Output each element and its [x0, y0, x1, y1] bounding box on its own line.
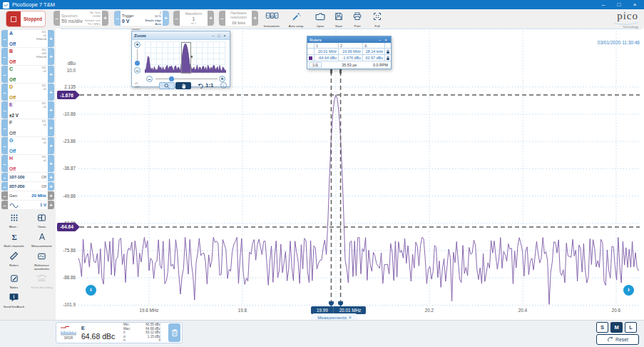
channel-B-decrease-button[interactable]: – — [1, 48, 8, 65]
instruments-button[interactable]: Instruments — [262, 11, 281, 27]
zoom-panel[interactable]: Zoom – □ × + – – + x1 x32 — [131, 31, 230, 87]
channel-F-decrease-button[interactable]: – — [1, 119, 8, 136]
zoom-close-button[interactable]: × — [222, 34, 228, 38]
frequency-ruler-top-handle-1[interactable] — [330, 69, 332, 74]
channel-G-increase-button[interactable]: + — [48, 137, 54, 154]
frequency-ruler-top-handle-2[interactable] — [339, 69, 342, 74]
amplitude-ruler-badge-1[interactable]: -1.676 — [57, 91, 80, 99]
channel-D-decrease-button[interactable]: – — [1, 84, 8, 101]
delete-measurement-button[interactable] — [168, 323, 180, 342]
channel-G[interactable]: –GDCx1Off+ — [1, 137, 54, 154]
sidebar-item-reference-waveforms[interactable]: Reference waveforms — [28, 251, 56, 271]
channel-E-increase-button[interactable]: + — [48, 101, 54, 119]
zoom-h-out-button[interactable]: – — [146, 76, 153, 82]
frequency-ruler-badge[interactable]: 19.9920.01 MHz — [311, 306, 366, 314]
full-button[interactable]: Full — [368, 11, 387, 27]
digital-port-1-increase-button[interactable]: + — [48, 173, 54, 181]
channel-A[interactable]: –ADCx1FilteredOff+ — [1, 30, 54, 47]
zoom-horizontal-slider-thumb[interactable] — [169, 76, 174, 81]
resolution-decrease-button[interactable]: – — [219, 11, 225, 26]
trigger-increase-button[interactable]: + — [163, 11, 169, 26]
zoom-panel-titlebar[interactable]: Zoom – □ × — [132, 31, 230, 40]
waveform-previous-button[interactable]: – — [173, 11, 180, 26]
digital-port-2[interactable]: –2D7-2D0Off+ — [1, 182, 54, 191]
channel-B-increase-button[interactable]: + — [48, 48, 54, 65]
channel-C-increase-button[interactable]: + — [48, 66, 54, 83]
trigger-decrease-button[interactable]: – — [114, 11, 121, 26]
zoom-out-button[interactable]: – — [134, 67, 140, 74]
zoom-overview-preview[interactable] — [145, 41, 226, 74]
amplitude-ruler-badge-2[interactable]: -64.64 — [57, 223, 80, 231]
channel-A-decrease-button[interactable]: – — [1, 30, 8, 47]
rulers-minimize-button[interactable]: – — [377, 38, 383, 42]
channel-F-increase-button[interactable]: + — [48, 119, 54, 136]
open-button[interactable]: Open — [311, 11, 329, 27]
channel-B[interactable]: –BDCx10FilteredOff+ — [1, 48, 54, 65]
sidebar-item-more[interactable]: More... — [0, 212, 28, 229]
digital-port-2-increase-button[interactable]: + — [48, 182, 54, 191]
channel-H-increase-button[interactable]: + — [48, 155, 54, 172]
pan-tool-button[interactable] — [175, 82, 191, 89]
overview-scroll-track[interactable] — [61, 29, 640, 29]
zoom-maximize-button[interactable]: □ — [216, 34, 222, 38]
sidebar-item-notes[interactable]: Notes — [0, 273, 28, 290]
waveform-next-button[interactable]: + — [208, 11, 214, 26]
trigger-group[interactable]: – Trigger 0 V ƒ10 % Simple edgeAuto + — [114, 11, 169, 26]
zoom-minimize-button[interactable]: – — [210, 34, 216, 38]
reset-button[interactable]: Reset — [596, 334, 639, 345]
print-button[interactable]: Print — [348, 11, 367, 27]
channel-E[interactable]: –EDCx1±2 V+ — [1, 101, 54, 119]
channel-C-decrease-button[interactable]: – — [1, 66, 8, 83]
stop-button[interactable]: Stopped — [6, 11, 46, 27]
digital-port-1[interactable]: –1D7-1D0Off+ — [1, 173, 54, 181]
hardware-resolution-group[interactable]: – Hardware resolution 10 bits + — [219, 11, 258, 26]
maximize-button[interactable]: □ — [613, 1, 625, 8]
zoom-tool-button[interactable] — [159, 82, 175, 89]
undo-zoom-icon[interactable] — [195, 82, 204, 89]
ruler-lock-button-2[interactable] — [385, 55, 391, 61]
gen-amplitude-increase-button[interactable]: + — [48, 201, 54, 209]
sidebar-item-rulers[interactable]: Rulers — [0, 251, 28, 271]
zoom-ratio-label[interactable]: 1:1 — [205, 82, 214, 89]
gen-frequency-increase-button[interactable]: + — [48, 191, 54, 200]
zoom-selection-handle[interactable] — [190, 56, 193, 58]
zoom-in-button[interactable]: + — [134, 41, 140, 48]
frequency-ruler-handle-1[interactable] — [329, 301, 334, 306]
gen-frequency-decrease-button[interactable]: – — [1, 191, 8, 200]
zoom-h-in-button[interactable]: + — [219, 76, 225, 82]
sidebar-item-send-feedback[interactable]: iSend feedback — [0, 292, 28, 309]
channel-H[interactable]: –HDCx1Off+ — [1, 155, 54, 172]
channel-D[interactable]: –DDCx1Off+ — [1, 84, 54, 101]
digital-port-2-decrease-button[interactable]: – — [1, 182, 8, 191]
spectrum-increase-button[interactable]: + — [102, 11, 108, 26]
rulers-close-button[interactable]: × — [383, 38, 389, 42]
channel-G-decrease-button[interactable]: – — [1, 137, 8, 154]
channel-E-decrease-button[interactable]: – — [1, 101, 8, 119]
rulers-panel-titlebar[interactable]: Rulers – × — [307, 36, 391, 43]
zoom-info-icon[interactable]: i — [220, 82, 227, 89]
measurement-card[interactable]: SFDR E 64.68 dBc Min:60.55 dBcMax:64.68 … — [56, 322, 183, 343]
digital-port-1-decrease-button[interactable]: – — [1, 173, 8, 181]
rulers-panel[interactable]: Rulers – × 12Δ20.01 MHz19.99 MHz28.14 kH… — [307, 36, 392, 69]
channel-H-decrease-button[interactable]: – — [1, 155, 8, 172]
view-size-s-button[interactable]: S — [596, 322, 608, 333]
minimize-button[interactable]: – — [597, 1, 610, 8]
sidebar-item-measurements[interactable]: Measurements — [28, 231, 56, 248]
channel-D-increase-button[interactable]: + — [48, 84, 54, 101]
view-size-l-button[interactable]: L — [625, 322, 637, 333]
tab-close-icon[interactable]: × — [349, 315, 352, 320]
ruler-lock-button-1[interactable] — [385, 49, 391, 55]
resolution-increase-button[interactable]: + — [252, 11, 258, 26]
auto-setup-button[interactable]: Auto setup — [287, 11, 305, 27]
sidebar-item-views[interactable]: Views — [28, 212, 56, 229]
sidebar-item-math-channels[interactable]: ΣMath channels — [0, 231, 28, 248]
spectrum-decrease-button[interactable]: – — [53, 11, 60, 26]
spectrum-group[interactable]: – Spectrum 50 ns/div No. bins16384 Sampl… — [53, 11, 108, 26]
zoom-selection-rect[interactable] — [181, 42, 191, 74]
close-button[interactable]: × — [628, 1, 641, 8]
view-size-m-button[interactable]: M — [610, 322, 623, 333]
frequency-ruler-handle-2[interactable] — [338, 301, 343, 306]
waveform-group[interactable]: – Waveform 1 of 1 + — [173, 11, 214, 26]
pan-right-button[interactable]: › — [623, 285, 634, 296]
channel-C[interactable]: –CDCx1Off+ — [1, 66, 54, 83]
